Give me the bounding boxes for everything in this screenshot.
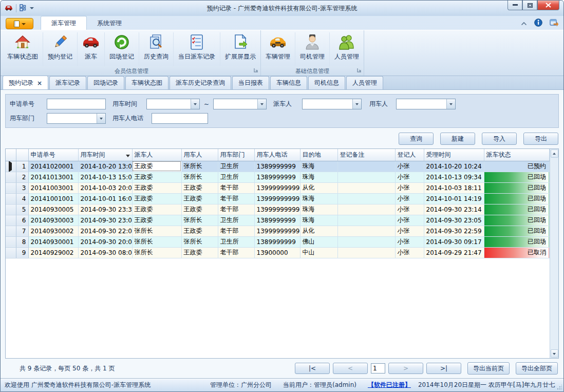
cell-registrar[interactable]: 小张 — [395, 172, 424, 182]
cell-phone[interactable]: 1389999999 — [254, 215, 300, 226]
cell-dept[interactable]: 老干部 — [218, 247, 254, 258]
scroll-up-icon[interactable] — [551, 150, 558, 158]
quick-access-dropdown-icon[interactable] — [30, 7, 34, 11]
cell-registrar[interactable]: 小张 — [395, 215, 424, 226]
quick-access-grid-icon[interactable] — [20, 4, 27, 13]
cell-status[interactable]: 已回场 — [484, 236, 550, 247]
table-row[interactable]: 6201409300032014-09-30 23:00王政委张所长卫生所138… — [6, 215, 550, 226]
app-car-icon[interactable] — [5, 5, 13, 12]
cell-dept[interactable]: 老干部 — [218, 193, 254, 204]
table-row[interactable]: 1201410200012014-10-20 13:00王政委张所长卫生所138… — [6, 161, 550, 172]
table-row[interactable]: 2201410130012014-10-13 15:00王政委张所长卫生所138… — [6, 172, 550, 182]
column-header[interactable]: 用车时间 — [78, 149, 132, 161]
toolbar-driver-management[interactable]: 司机管理 — [295, 32, 330, 66]
doc-tab[interactable]: 司机信息 — [308, 76, 345, 89]
application-menu-button[interactable] — [6, 18, 33, 29]
cell-dispatcher[interactable]: 王政委 — [132, 172, 181, 182]
maximize-button[interactable] — [522, 1, 537, 10]
dialog-launcher-icon[interactable] — [254, 67, 258, 74]
table-row[interactable]: 7201409300022014-09-30 22:00张所长王政委老干部139… — [6, 226, 550, 236]
cell-user[interactable]: 张所长 — [181, 236, 218, 247]
cell-dispatcher[interactable]: 张所长 — [132, 247, 181, 258]
cell-user[interactable]: 王政委 — [181, 226, 218, 236]
table-row[interactable]: 4201410010012014-10-01 16:00王政委王政委老干部139… — [6, 193, 550, 204]
column-header[interactable]: 申请单号 — [28, 149, 78, 161]
cell-accept_time[interactable]: 2014-09-30 09:17 — [424, 236, 484, 247]
license-status-link[interactable]: 【软件已注册】 — [368, 381, 411, 389]
cell-use_time[interactable]: 2014-09-30 22:00 — [78, 226, 132, 236]
toolbar-vehicle-management[interactable]: 车辆管理 — [261, 32, 295, 66]
cell-use_time[interactable]: 2014-09-30 23:00 — [78, 215, 132, 226]
cell-use_time[interactable]: 2014-10-03 20:00 — [78, 182, 132, 193]
cell-dispatcher[interactable]: 王政委 — [132, 161, 181, 172]
cell-accept_time[interactable]: 2014-09-30 23:05 — [424, 215, 484, 226]
cell-dispatcher[interactable]: 王政委 — [132, 182, 181, 193]
cell-status[interactable]: 已预约 — [484, 161, 550, 172]
use-time-from-combobox[interactable] — [146, 99, 200, 109]
cell-accept_time[interactable]: 2014-09-29 21:47 — [424, 247, 484, 258]
doc-tab[interactable]: 回场记录 — [87, 76, 124, 89]
table-row[interactable]: 3201410030012014-10-03 20:00王政委王政委老干部139… — [6, 182, 550, 193]
cell-registrar[interactable]: 小张 — [395, 161, 424, 172]
cell-registrar[interactable]: 小张 — [395, 193, 424, 204]
toolbar-dispatch[interactable]: 派车 — [78, 32, 105, 66]
next-page-button[interactable]: > — [388, 363, 423, 374]
cell-phone[interactable]: 13999999999 — [254, 182, 300, 193]
toolbar-reservation-register[interactable]: 预约登记 — [43, 32, 78, 66]
toolbar-today-dispatch-records[interactable]: 当日派车记录 — [174, 32, 220, 66]
cell-user[interactable]: 王政委 — [181, 247, 218, 258]
cell-dept[interactable]: 卫生所 — [218, 215, 254, 226]
cell-dispatcher[interactable]: 王政委 — [132, 204, 181, 215]
cell-remark[interactable] — [337, 226, 395, 236]
cell-registrar[interactable]: 小张 — [395, 204, 424, 215]
cell-remark[interactable] — [337, 215, 395, 226]
column-header[interactable]: 受理时间 — [424, 149, 484, 161]
cell-use_time[interactable]: 2014-10-20 13:00 — [78, 161, 132, 172]
cell-dispatcher[interactable]: 张所长 — [132, 236, 181, 247]
cell-use_time[interactable]: 2014-10-01 16:00 — [78, 193, 132, 204]
cell-phone[interactable]: 13999999999 — [254, 226, 300, 236]
prev-page-button[interactable]: < — [333, 363, 368, 374]
collapse-ribbon-icon[interactable] — [521, 20, 527, 27]
column-header[interactable]: 用车部门 — [218, 149, 254, 161]
column-header[interactable]: 用车人电话 — [254, 149, 300, 161]
doc-tab[interactable]: 派车记录 — [49, 76, 86, 89]
export-button[interactable]: 导出 — [523, 133, 558, 145]
title-bar[interactable]: 预约记录 - 广州爱奇迪软件科技有限公司-派车管理系统 — [1, 1, 563, 16]
doc-tab[interactable]: 派车历史记录查询 — [170, 76, 231, 89]
cell-status[interactable]: 已回场 — [484, 226, 550, 236]
cell-dispatcher[interactable]: 王政委 — [132, 215, 181, 226]
cell-status[interactable]: 已回场 — [484, 215, 550, 226]
cell-dept[interactable]: 卫生所 — [218, 236, 254, 247]
import-button[interactable]: 导入 — [482, 133, 517, 145]
doc-tab[interactable]: 车辆信息 — [270, 76, 307, 89]
table-row[interactable]: 9201409290022014-09-30 08:00张所长王政委老干部139… — [6, 247, 550, 258]
cell-dept[interactable]: 卫生所 — [218, 161, 254, 172]
chevron-down-icon[interactable] — [97, 114, 105, 123]
cell-accept_time[interactable]: 2014-10-13 09:34 — [424, 172, 484, 182]
table-row[interactable]: 5201409300052014-09-30 23:30王政委王政委老干部139… — [6, 204, 550, 215]
table-row[interactable]: 8201409300012014-09-30 20:00张所长张所长卫生所138… — [6, 236, 550, 247]
cell-dest[interactable]: 中山 — [300, 247, 337, 258]
cell-status[interactable]: 已回场 — [484, 182, 550, 193]
export-current-page-button[interactable]: 导出当前页 — [467, 362, 510, 375]
cell-dept[interactable]: 老干部 — [218, 226, 254, 236]
cell-registrar[interactable]: 小张 — [395, 182, 424, 193]
cell-registrar[interactable]: 小张 — [395, 236, 424, 247]
cell-accept_time[interactable]: 2014-10-03 18:11 — [424, 182, 484, 193]
cell-dest[interactable]: 珠海 — [300, 193, 337, 204]
cell-order_no[interactable]: 20141003001 — [28, 182, 78, 193]
user-combobox[interactable] — [396, 99, 456, 109]
tab-close-icon[interactable]: × — [37, 80, 42, 87]
cell-status[interactable]: 已回场 — [484, 172, 550, 182]
cell-accept_time[interactable]: 2014-09-30 23:14 — [424, 204, 484, 215]
cell-accept_time[interactable]: 2014-10-20 10:24 — [424, 161, 484, 172]
page-number-input[interactable] — [371, 363, 385, 374]
cell-dest[interactable]: 珠海 — [300, 204, 337, 215]
cell-dept[interactable]: 卫生所 — [218, 172, 254, 182]
cell-order_no[interactable]: 20140930001 — [28, 236, 78, 247]
cell-phone[interactable]: 13999999999 — [254, 193, 300, 204]
info-icon[interactable] — [534, 18, 542, 28]
doc-tab[interactable]: 车辆状态图 — [125, 76, 168, 89]
cell-dept[interactable]: 老干部 — [218, 182, 254, 193]
